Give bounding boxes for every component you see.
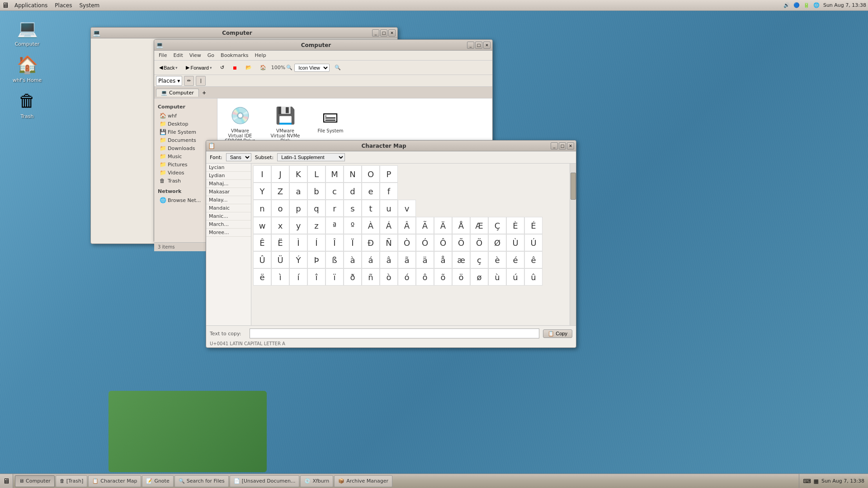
fm-minimize-btn[interactable]: _ <box>467 42 474 49</box>
char-Ecirc[interactable]: Ê <box>253 234 271 251</box>
desktop-icon-home[interactable]: 🏠 whf's Home <box>9 52 45 85</box>
char-ucirc[interactable]: û <box>524 268 542 286</box>
char-Igrave[interactable]: Ì <box>289 234 307 251</box>
sidebar-item-whf[interactable]: 🏠 whf <box>156 112 215 120</box>
taskbar-btn-gnote[interactable]: 📝 Gnote <box>142 475 173 487</box>
char-ecirc[interactable]: ê <box>524 251 542 268</box>
cm-window-controls[interactable]: _ □ ✕ <box>551 142 574 150</box>
char-ograve[interactable]: ò <box>380 268 398 286</box>
char-AElig[interactable]: Æ <box>470 217 488 234</box>
fm-folder-btn[interactable]: 📂 <box>242 63 255 72</box>
cm-maximize-btn[interactable]: □ <box>559 142 566 150</box>
cm-sidebar-lycian[interactable]: Lycian <box>206 164 251 172</box>
taskbar-btn-trash[interactable]: 🗑 [Trash] <box>56 475 88 487</box>
char-t[interactable]: t <box>362 200 380 217</box>
char-N[interactable]: N <box>344 165 362 183</box>
char-Eacute[interactable]: É <box>524 217 542 234</box>
char-THORN[interactable]: Þ <box>307 251 326 268</box>
file-item-filesystem[interactable]: 🖴 File System <box>312 103 349 145</box>
char-Agrave[interactable]: À <box>362 217 380 234</box>
char-I[interactable]: I <box>253 165 271 183</box>
char-agrave[interactable]: à <box>344 251 362 268</box>
char-ordm[interactable]: º <box>344 217 362 234</box>
char-Ntilde[interactable]: Ñ <box>380 234 398 251</box>
char-Atilde[interactable]: Ã <box>416 217 434 234</box>
char-ntilde[interactable]: ñ <box>362 268 380 286</box>
font-select[interactable]: Sans <box>226 153 251 161</box>
char-Egrave[interactable]: È <box>506 217 524 234</box>
sidebar-item-desktop[interactable]: 📁 Desktop <box>156 120 215 128</box>
char-oacute[interactable]: ó <box>398 268 416 286</box>
taskbar-btn-charmap[interactable]: 📋 Character Map <box>88 475 141 487</box>
sidebar-item-filesystem[interactable]: 💾 File System <box>156 128 215 136</box>
menu-places[interactable]: Places <box>51 1 75 9</box>
char-acirc[interactable]: â <box>380 251 398 268</box>
char-M[interactable]: M <box>326 165 344 183</box>
char-atilde[interactable]: ã <box>398 251 416 268</box>
fm-reload-btn[interactable]: ↺ <box>217 63 227 72</box>
cm-sidebar-makasar[interactable]: Makasar <box>206 188 251 196</box>
char-Oslash[interactable]: Ø <box>488 234 506 251</box>
fm2-close[interactable]: ✕ <box>388 29 396 37</box>
fm-view-select[interactable]: Icon View <box>294 64 330 72</box>
char-Oacute[interactable]: Ó <box>416 234 434 251</box>
char-Ograve[interactable]: Ò <box>398 234 416 251</box>
char-u[interactable]: u <box>380 200 398 217</box>
char-uacute[interactable]: ú <box>506 268 524 286</box>
char-Otilde[interactable]: Õ <box>452 234 470 251</box>
char-y2[interactable]: y <box>289 217 307 234</box>
char-ETH[interactable]: Ð <box>362 234 380 251</box>
char-Ucirc[interactable]: Û <box>253 251 271 268</box>
fm-menu-bookmarks[interactable]: Bookmarks <box>218 52 251 59</box>
char-Y[interactable]: Y <box>253 183 271 200</box>
menu-system[interactable]: System <box>75 1 103 9</box>
fm-path-toggle[interactable]: | <box>196 76 206 86</box>
taskbar-btn-xfburn[interactable]: 💿 Xfburn <box>300 475 333 487</box>
char-iuml[interactable]: ï <box>326 268 344 286</box>
char-b[interactable]: b <box>307 183 326 200</box>
fm-back-btn[interactable]: ◀ Back ▾ <box>156 63 181 72</box>
char-egrave[interactable]: è <box>488 251 506 268</box>
cm-sidebar-march[interactable]: March... <box>206 221 251 229</box>
char-Uuml[interactable]: Ü <box>271 251 289 268</box>
char-a[interactable]: a <box>289 183 307 200</box>
fm-window-controls[interactable]: _ □ ✕ <box>467 42 491 49</box>
fm-places-dropdown[interactable]: Places ▾ <box>156 76 182 86</box>
char-Euml[interactable]: Ë <box>271 234 289 251</box>
fm-menu-file[interactable]: File <box>156 52 170 59</box>
cm-sidebar-moree[interactable]: Moree... <box>206 229 251 237</box>
char-aring[interactable]: å <box>434 251 452 268</box>
fm-menu-go[interactable]: Go <box>205 52 217 59</box>
cm-close-btn[interactable]: ✕ <box>567 142 574 150</box>
char-o[interactable]: o <box>271 200 289 217</box>
char-q[interactable]: q <box>307 200 326 217</box>
fm-edit-toggle[interactable]: ✏ <box>184 76 194 86</box>
char-n[interactable]: n <box>253 200 271 217</box>
fm-menu-edit[interactable]: Edit <box>170 52 185 59</box>
cm-sidebar-mandaic[interactable]: Mandaic <box>206 204 251 212</box>
char-Icirc[interactable]: Î <box>326 234 344 251</box>
char-Uacute[interactable]: Ú <box>524 234 542 251</box>
char-L[interactable]: L <box>307 165 326 183</box>
cm-sidebar-lydian[interactable]: Lydian <box>206 172 251 180</box>
char-oslash[interactable]: ø <box>470 268 488 286</box>
char-eacute[interactable]: é <box>506 251 524 268</box>
cm-scrollbar-thumb[interactable] <box>571 173 576 200</box>
fm-stop-btn[interactable]: ⏹ <box>229 64 241 72</box>
char-szlig[interactable]: ß <box>326 251 344 268</box>
char-r[interactable]: r <box>326 200 344 217</box>
fm2-controls[interactable]: _ □ ✕ <box>372 29 396 37</box>
char-Z[interactable]: Z <box>271 183 289 200</box>
char-igrave[interactable]: ì <box>271 268 289 286</box>
taskbar-btn-document[interactable]: 📄 [Unsaved Documen... <box>230 475 300 487</box>
fm-home-btn[interactable]: 🏠 <box>257 63 269 72</box>
char-O[interactable]: O <box>362 165 380 183</box>
char-Aring[interactable]: Å <box>452 217 470 234</box>
fm-menu-view[interactable]: View <box>187 52 204 59</box>
char-x[interactable]: x <box>271 217 289 234</box>
char-P[interactable]: P <box>380 165 398 183</box>
cm-scrollbar[interactable] <box>570 164 576 325</box>
char-ccedil[interactable]: ç <box>470 251 488 268</box>
char-Auml[interactable]: Ä <box>434 217 452 234</box>
fm-close-btn[interactable]: ✕ <box>483 42 491 49</box>
